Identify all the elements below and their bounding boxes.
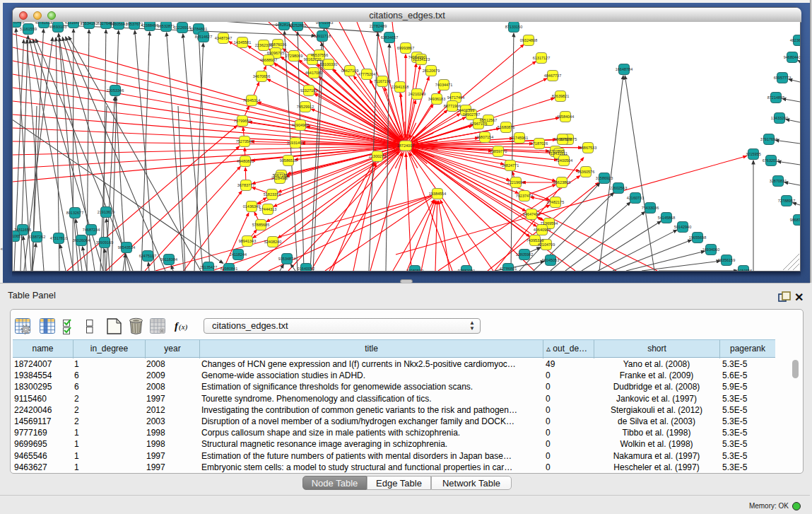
svg-text:88356159: 88356159 bbox=[718, 258, 735, 262]
svg-text:31586923: 31586923 bbox=[596, 176, 613, 180]
svg-text:75433036: 75433036 bbox=[642, 206, 659, 210]
svg-text:22941318: 22941318 bbox=[392, 85, 408, 89]
svg-text:91334123: 91334123 bbox=[413, 57, 430, 62]
svg-text:42786801: 42786801 bbox=[500, 267, 517, 271]
svg-text:94680443: 94680443 bbox=[784, 55, 800, 59]
svg-text:61317127: 61317127 bbox=[533, 56, 550, 60]
svg-text:26284987: 26284987 bbox=[271, 176, 288, 180]
svg-text:46537556: 46537556 bbox=[311, 53, 328, 57]
svg-text:25534192: 25534192 bbox=[81, 22, 98, 25]
svg-text:69096705: 69096705 bbox=[267, 51, 284, 55]
svg-text:30980500: 30980500 bbox=[406, 269, 423, 271]
svg-text:95701543: 95701543 bbox=[316, 22, 333, 25]
svg-text:42388496: 42388496 bbox=[141, 23, 158, 28]
svg-text:04902787: 04902787 bbox=[463, 112, 480, 117]
svg-text:98543534: 98543534 bbox=[118, 245, 135, 250]
svg-text:42160733: 42160733 bbox=[627, 196, 644, 200]
svg-text:08427109: 08427109 bbox=[341, 69, 358, 73]
svg-text:84514627: 84514627 bbox=[195, 35, 212, 39]
svg-text:69784801: 69784801 bbox=[190, 27, 207, 31]
svg-text:58867533: 58867533 bbox=[579, 146, 596, 150]
svg-text:47317810: 47317810 bbox=[50, 236, 67, 240]
svg-text:48236629: 48236629 bbox=[790, 38, 800, 42]
svg-text:13431611: 13431611 bbox=[551, 151, 567, 156]
svg-text:01226916: 01226916 bbox=[174, 25, 191, 30]
svg-text:62475107: 62475107 bbox=[139, 254, 156, 258]
svg-text:51680876: 51680876 bbox=[498, 125, 514, 129]
svg-text:23053346: 23053346 bbox=[107, 88, 124, 93]
svg-text:54145868: 54145868 bbox=[658, 216, 675, 220]
svg-text:21300273: 21300273 bbox=[369, 154, 386, 158]
svg-text:41904966: 41904966 bbox=[292, 123, 309, 127]
svg-text:50142940: 50142940 bbox=[674, 225, 691, 229]
svg-text:87133150: 87133150 bbox=[505, 25, 522, 29]
svg-text:65876036: 65876036 bbox=[269, 42, 286, 47]
svg-text:43487347: 43487347 bbox=[215, 36, 232, 40]
svg-text:18724007: 18724007 bbox=[397, 144, 414, 148]
svg-text:63834657: 63834657 bbox=[381, 35, 398, 40]
svg-text:94647436: 94647436 bbox=[523, 212, 540, 216]
svg-text:21745961: 21745961 bbox=[511, 136, 528, 140]
svg-text:57885685: 57885685 bbox=[252, 223, 269, 227]
svg-text:19655698: 19655698 bbox=[689, 235, 706, 240]
svg-text:46417080: 46417080 bbox=[305, 71, 322, 75]
svg-text:51161559: 51161559 bbox=[20, 27, 37, 31]
svg-text:65512567: 65512567 bbox=[480, 118, 497, 122]
svg-text:53100330: 53100330 bbox=[320, 62, 337, 66]
svg-text:99118384: 99118384 bbox=[160, 257, 177, 262]
svg-text:39909169: 39909169 bbox=[96, 240, 113, 245]
svg-text:24118244: 24118244 bbox=[230, 252, 247, 257]
svg-text:90162720: 90162720 bbox=[304, 57, 321, 62]
svg-text:16934060: 16934060 bbox=[702, 247, 719, 252]
svg-text:96360576: 96360576 bbox=[577, 170, 594, 174]
svg-text:62045053: 62045053 bbox=[542, 258, 559, 262]
svg-text:40640909: 40640909 bbox=[534, 228, 551, 232]
svg-text:01436349: 01436349 bbox=[243, 204, 260, 209]
svg-text:39537672: 39537672 bbox=[126, 22, 143, 26]
svg-text:92327193: 92327193 bbox=[300, 88, 317, 93]
svg-text:51823374: 51823374 bbox=[264, 192, 281, 197]
svg-text:58657809: 58657809 bbox=[554, 137, 571, 141]
svg-text:82639821: 82639821 bbox=[552, 94, 569, 98]
svg-text:46584044: 46584044 bbox=[557, 115, 574, 119]
svg-text:36026064: 36026064 bbox=[73, 238, 90, 243]
svg-text:21913619: 21913619 bbox=[98, 210, 114, 214]
svg-text:67632016: 67632016 bbox=[763, 158, 779, 163]
svg-text:16648784: 16648784 bbox=[616, 67, 632, 71]
svg-text:36783777: 36783777 bbox=[237, 183, 254, 187]
svg-text:71369594: 71369594 bbox=[541, 221, 558, 226]
svg-text:96532871: 96532871 bbox=[158, 24, 175, 28]
svg-text:55623869: 55623869 bbox=[553, 180, 570, 185]
svg-text:76945314: 76945314 bbox=[243, 98, 260, 103]
svg-text:(x): (x) bbox=[179, 322, 188, 332]
svg-text:84980841: 84980841 bbox=[220, 267, 237, 271]
svg-text:72788957: 72788957 bbox=[778, 199, 795, 203]
svg-text:80132677: 80132677 bbox=[66, 211, 83, 215]
svg-text:75273545: 75273545 bbox=[236, 139, 253, 144]
svg-text:42104709: 42104709 bbox=[538, 243, 555, 247]
svg-text:22782489: 22782489 bbox=[370, 24, 387, 28]
svg-text:25135427: 25135427 bbox=[200, 265, 217, 269]
svg-text:40265423: 40265423 bbox=[13, 22, 24, 24]
svg-text:50305641: 50305641 bbox=[110, 22, 127, 26]
svg-text:13433200: 13433200 bbox=[771, 116, 788, 120]
svg-text:79237474: 79237474 bbox=[516, 194, 533, 198]
svg-text:3215955: 3215955 bbox=[746, 152, 760, 156]
svg-text:49480831: 49480831 bbox=[237, 159, 254, 163]
svg-text:24210249: 24210249 bbox=[408, 92, 425, 96]
svg-text:09324808: 09324808 bbox=[520, 38, 537, 42]
svg-text:51484656: 51484656 bbox=[735, 269, 752, 271]
svg-text:48467737: 48467737 bbox=[544, 74, 561, 78]
svg-text:37917693: 37917693 bbox=[760, 137, 777, 141]
svg-text:07482175: 07482175 bbox=[547, 200, 564, 204]
svg-text:98941343: 98941343 bbox=[239, 239, 256, 243]
svg-text:32870831: 32870831 bbox=[770, 179, 787, 183]
svg-text:90586518: 90586518 bbox=[280, 158, 297, 163]
svg-text:03911718: 03911718 bbox=[314, 34, 331, 38]
svg-text:93252880: 93252880 bbox=[289, 23, 306, 28]
svg-text:87214895: 87214895 bbox=[767, 95, 784, 100]
svg-text:46688937: 46688937 bbox=[260, 58, 277, 62]
svg-text:34824771: 34824771 bbox=[502, 163, 519, 168]
svg-text:47775204: 47775204 bbox=[358, 72, 375, 76]
svg-text:41316475: 41316475 bbox=[65, 22, 82, 25]
